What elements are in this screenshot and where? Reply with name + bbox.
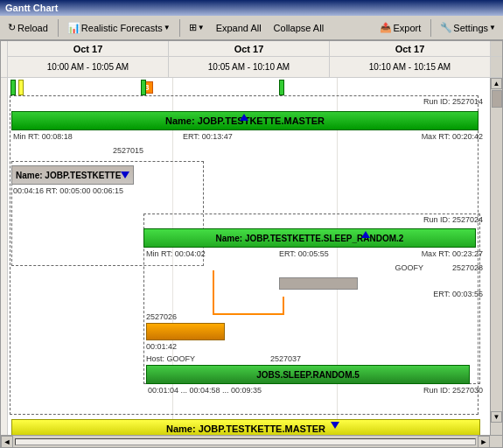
expand-icon: ⊞ (189, 22, 197, 33)
time-cell-2: 10:05 AM - 10:10 AM (169, 57, 330, 77)
date-row: Oct 17 Oct 17 Oct 17 (8, 41, 502, 57)
jobp-testkette-bar: Name: JOBP.TESTKETTE (11, 165, 134, 185)
hscroll-track[interactable] (15, 438, 476, 445)
sleep-random5-bar: JOBS.SLEEP.RANDOM.5 (146, 365, 470, 384)
forecasts-button[interactable]: 📊 Realistic Forecasts ▼ (64, 18, 174, 38)
scroll-up-arrow[interactable]: ▲ (491, 78, 502, 89)
sleep5-run-id: Run ID: 2527030 (423, 386, 483, 395)
sleep5-times: 00:01:04 ... 00:04:58 ... 00:09:35 (148, 386, 262, 395)
vertical-scrollbar[interactable]: ▲ ▼ (490, 78, 502, 435)
master-bar: Name: JOBP.TESTKETTE.MASTER (11, 111, 479, 130)
master-ert: ERT: 00:13:47 (183, 132, 233, 141)
indicator-green-1 (10, 80, 16, 95)
forecasts-icon: 📊 (67, 22, 80, 34)
date-cell-2: Oct 17 (169, 41, 330, 56)
time-row: 10:00 AM - 10:05 AM 10:05 AM - 10:10 AM … (8, 57, 502, 77)
jobp-triangle-down (121, 170, 129, 180)
time-cell-1: 10:00 AM - 10:05 AM (8, 57, 169, 77)
gantt-body: 3 Run ID: 2527014 Name: JOBP.TESTKETTE.M… (1, 78, 502, 435)
ert-label: ERT: 00:03:55 (433, 290, 483, 298)
separator3 (430, 19, 431, 37)
goofy-id: 2527028 (452, 263, 483, 272)
sleep2-triangle (361, 230, 370, 240)
master-max-rt: Max RT: 00:20:42 (422, 132, 483, 141)
scroll-down-arrow[interactable]: ▼ (491, 411, 502, 423)
bottom-master-bar: Name: JOBP.TESTKETTE.MASTER (11, 419, 480, 435)
gantt-left-col (1, 78, 8, 435)
date-cell-3: Oct 17 (330, 41, 490, 56)
time-1-42: 00:01:42 (146, 342, 177, 351)
header-scroll-spacer (490, 41, 502, 56)
run-id-2527024: Run ID: 2527024 (423, 215, 483, 224)
host-goofy: Host: GOOFY (146, 354, 195, 363)
sleep2-max-rt: Max RT: 00:23:27 (422, 249, 483, 258)
horizontal-scrollbar: ◄ ► (1, 435, 502, 447)
id-2527037: 2527037 (270, 354, 301, 363)
sleep-random2-bar: Name: JOBP.TESTKETTE.SLEEP_RANDOM.2 (143, 228, 476, 248)
settings-arrow: ▼ (489, 24, 496, 32)
sleep2-ert: ERT: 00:05:55 (279, 249, 329, 258)
indicator-green-3 (279, 80, 284, 95)
expand-arrow: ▼ (198, 24, 205, 32)
forecasts-arrow: ▼ (164, 24, 171, 32)
gantt-container: Oct 17 Oct 17 Oct 17 10:00 AM - 10:05 AM… (0, 40, 503, 448)
scrollbar-thumb[interactable] (492, 90, 502, 108)
export-icon: 📤 (380, 22, 392, 33)
master-triangle (240, 113, 248, 122)
hscroll-left-arrow[interactable]: ◄ (1, 436, 13, 448)
settings-button[interactable]: 🔧 Settings ▼ (437, 18, 500, 38)
gantt-chart-area[interactable]: 3 Run ID: 2527014 Name: JOBP.TESTKETTE.M… (8, 78, 502, 435)
bottom-master-triangle (331, 421, 339, 430)
export-button[interactable]: 📤 Export (375, 18, 426, 38)
gantt-header: Oct 17 Oct 17 Oct 17 10:00 AM - 10:05 AM… (1, 41, 502, 78)
run-id-2527014: Run ID: 2527014 (423, 97, 483, 106)
window-title: Gantt Chart (5, 3, 59, 13)
separator1 (58, 19, 59, 37)
expand-all-button[interactable]: Expand All (212, 18, 266, 38)
goofy-label: GOOFY (395, 263, 423, 272)
orange-bar (146, 323, 225, 340)
gantt-left-header (1, 41, 8, 77)
gantt-time-header: Oct 17 Oct 17 Oct 17 10:00 AM - 10:05 AM… (8, 41, 502, 77)
toolbar: ↻ Reload 📊 Realistic Forecasts ▼ ⊞ ▼ Exp… (0, 16, 503, 40)
jobp-times: 00:04:16 RT: 00:05:00 00:06:15 (13, 186, 123, 195)
settings-icon: 🔧 (440, 22, 452, 33)
collapse-all-button[interactable]: Collapse All (269, 18, 328, 38)
indicator-yellow-1 (18, 80, 24, 95)
id-2527026: 2527026 (146, 312, 177, 321)
master-min-rt: Min RT: 00:08:18 (13, 132, 73, 141)
date-cell-1: Oct 17 (8, 41, 169, 56)
expand-button[interactable]: ⊞ ▼ (185, 18, 208, 38)
separator2 (179, 19, 180, 37)
hscroll-right-arrow[interactable]: ► (478, 436, 490, 448)
reload-button[interactable]: ↻ Reload (3, 18, 52, 38)
gray-bar-goofy (279, 277, 358, 290)
sleep2-min-rt: Min RT: 00:04:02 (146, 249, 206, 258)
time-cell-3: 10:10 AM - 10:15 AM (330, 57, 490, 77)
reload-icon: ↻ (8, 22, 16, 33)
indicator-green-2 (141, 80, 146, 95)
master-id-2527015: 2527015 (113, 146, 143, 155)
time-scroll-spacer (490, 57, 502, 77)
title-bar: Gantt Chart (0, 0, 503, 16)
